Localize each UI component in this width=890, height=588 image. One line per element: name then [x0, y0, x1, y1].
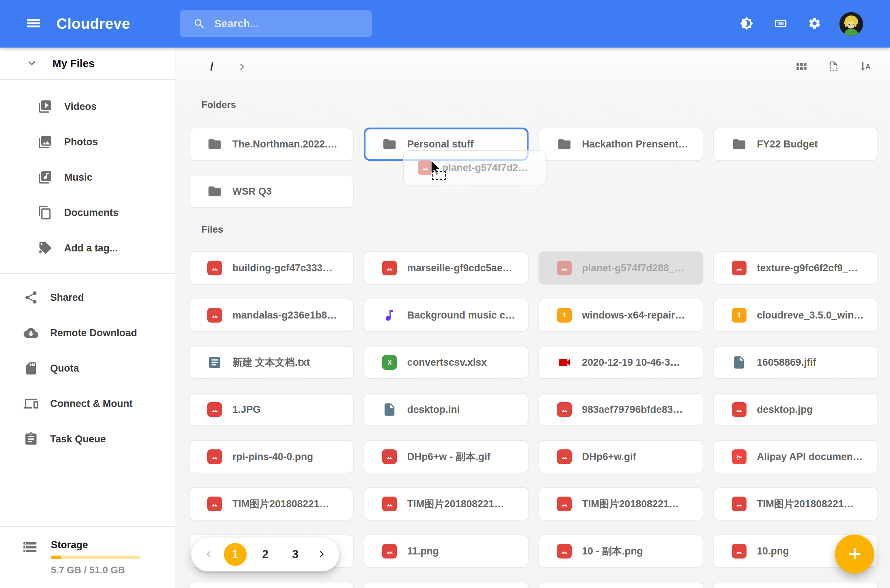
folder-card[interactable]: FY22 Budget — [713, 128, 878, 161]
storage-usage-text: 5.7 GB / 51.0 GB — [51, 564, 140, 576]
sidebar-item[interactable]: Shared — [0, 280, 176, 315]
breadcrumb-root[interactable]: / — [207, 59, 216, 74]
file-type-icon — [207, 308, 222, 322]
page-style-icon — [827, 60, 840, 74]
file-card[interactable]: 16058869.jfif — [713, 346, 878, 379]
folder-card[interactable]: WSR Q3 — [189, 175, 354, 208]
file-card[interactable]: PDF Alipay API documen… — [713, 440, 878, 473]
file-card[interactable]: marseille-gf9cdc5ae… — [364, 251, 529, 285]
next-page-button[interactable] — [314, 546, 330, 562]
sidebar-item-icon — [38, 99, 53, 114]
file-name: rpi-pins-40-0.png — [232, 451, 319, 463]
file-type-icon — [557, 261, 572, 275]
file-name: DHp6+w.gif — [582, 451, 642, 463]
file-card[interactable]: 11.png — [364, 534, 529, 568]
file-card[interactable]: 10 - 副本.png — [538, 534, 704, 568]
page-number-button[interactable]: 1 — [224, 543, 247, 566]
folder-card[interactable]: Personal stuff — [364, 128, 529, 161]
page-style-button[interactable] — [826, 59, 841, 74]
file-card[interactable]: planet-g574f7d288_… — [538, 251, 704, 285]
my-files-label: My Files — [53, 57, 95, 70]
hamburger-menu-button[interactable] — [24, 14, 43, 33]
file-card[interactable] — [364, 582, 529, 588]
sidebar-item-my-files[interactable]: My Files — [0, 48, 176, 79]
sort-button[interactable]: A — [858, 59, 873, 74]
svg-text:PDF: PDF — [737, 455, 743, 459]
file-type-icon: PDF — [732, 449, 747, 464]
sidebar-item[interactable]: Videos — [0, 89, 176, 124]
sidebar-item[interactable]: Documents — [0, 195, 176, 230]
settings-button[interactable] — [806, 15, 823, 33]
sidebar-item-label: Remote Download — [50, 327, 137, 339]
sidebar-item-icon — [24, 326, 38, 340]
file-card[interactable]: 1.JPG — [189, 393, 354, 426]
file-type-icon — [207, 355, 222, 370]
folder-name: WSR Q3 — [232, 186, 278, 197]
add-file-fab[interactable] — [835, 534, 874, 574]
folder-card[interactable]: Hackathon Prensent… — [538, 128, 704, 161]
file-card[interactable]: building-gcf47c333… — [189, 251, 354, 285]
sidebar-item[interactable]: Photos — [0, 124, 176, 160]
file-type-icon — [732, 355, 747, 370]
sidebar-item[interactable]: Task Queue — [0, 422, 176, 457]
file-card[interactable]: desktop.ini — [364, 393, 529, 426]
dark-mode-button[interactable] — [738, 15, 755, 33]
folder-card[interactable]: The.Northman.2022.… — [189, 128, 354, 161]
page-number-button[interactable]: 2 — [254, 543, 277, 566]
storage-progress-bar — [51, 555, 140, 559]
storage-section: Storage 5.7 GB / 51.0 GB — [0, 526, 175, 576]
system-nav: Shared Remote Download Quota Connect & M… — [0, 274, 176, 463]
file-name: mandalas-g236e1b8… — [232, 310, 343, 321]
sidebar-item[interactable]: Music — [0, 160, 176, 195]
folder-icon — [382, 137, 397, 152]
sidebar-item[interactable]: Add a tag... — [0, 230, 176, 266]
file-card[interactable]: desktop.jpg — [713, 393, 878, 426]
file-name: 16058869.jfif — [757, 357, 822, 368]
file-card[interactable]: DHp6+w - 副本.gif — [364, 440, 529, 473]
file-name: 新建 文本文档.txt — [232, 356, 316, 369]
search-bar[interactable]: Search... — [180, 10, 372, 37]
previous-page-button[interactable] — [200, 546, 216, 562]
avatar[interactable] — [839, 12, 863, 36]
file-type-icon — [382, 402, 397, 417]
file-card[interactable]: X convertscsv.xlsx — [364, 346, 529, 379]
file-card[interactable]: 2020-12-19 10-46-3… — [538, 346, 704, 379]
sidebar-item-icon — [38, 206, 53, 220]
file-card[interactable]: texture-g9fc6f2cf9_… — [713, 251, 878, 285]
file-card[interactable]: windows-x64-repair… — [538, 298, 704, 332]
file-card[interactable] — [538, 582, 704, 588]
grid-view-button[interactable] — [794, 59, 809, 74]
sidebar-item-label: Music — [64, 172, 93, 183]
search-placeholder: Search... — [214, 18, 259, 30]
file-name: 11.png — [407, 546, 445, 557]
file-card[interactable]: 983aef79796bfde83… — [538, 393, 704, 426]
file-card[interactable]: Background music c… — [364, 298, 529, 332]
file-card[interactable] — [713, 582, 878, 588]
page-number-button[interactable]: 3 — [284, 543, 307, 566]
folder-name: The.Northman.2022.… — [232, 139, 343, 150]
file-card[interactable]: TIM图片201808221… — [364, 488, 529, 520]
file-name: TIM图片201808221… — [582, 497, 685, 511]
file-name: texture-g9fc6f2cf9_… — [757, 262, 864, 274]
file-card[interactable]: TIM图片201808221… — [713, 488, 878, 520]
nas-devices-button[interactable] — [771, 15, 789, 33]
sidebar-item[interactable]: Quota — [0, 351, 176, 386]
file-card[interactable]: mandalas-g236e1b8… — [189, 298, 354, 332]
file-card[interactable]: 新建 文本文档.txt — [189, 346, 354, 379]
collapse-button[interactable] — [24, 55, 40, 72]
file-card[interactable]: TIM图片201808221… — [538, 488, 704, 520]
sidebar-item[interactable]: Remote Download — [0, 315, 176, 351]
file-card[interactable]: cloudreve_3.5.0_win… — [713, 298, 878, 332]
sidebar-item-icon — [38, 170, 53, 185]
file-name: TIM图片201808221… — [757, 497, 860, 511]
sidebar-item[interactable]: Connect & Mount — [0, 386, 176, 422]
file-browser: / A Folders The.Northman.2022.… Personal… — [176, 48, 890, 588]
file-card[interactable]: rpi-pins-40-0.png — [189, 440, 354, 473]
file-card[interactable]: TIM图片201808221… — [189, 488, 354, 520]
folder-icon — [207, 184, 222, 199]
file-card[interactable]: DHp6+w.gif — [538, 440, 704, 473]
file-type-icon — [732, 308, 747, 322]
sidebar-item-icon — [24, 396, 38, 411]
file-card[interactable] — [189, 582, 354, 588]
file-type-icon — [207, 496, 222, 512]
